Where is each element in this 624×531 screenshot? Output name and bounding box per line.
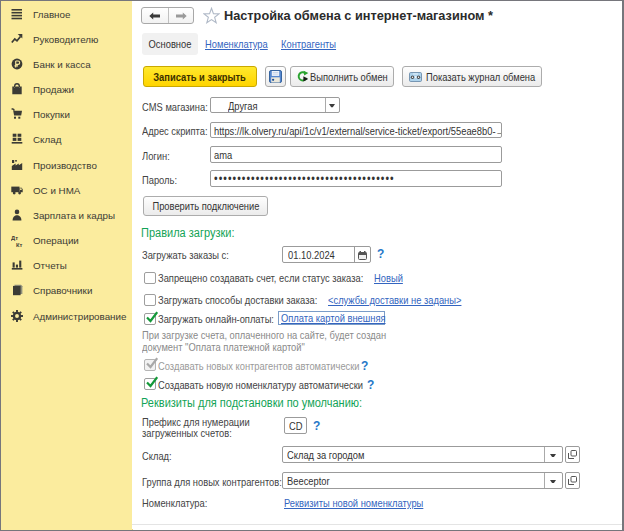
- svg-text:Дт: Дт: [11, 235, 18, 241]
- svg-text:Кт: Кт: [16, 242, 23, 248]
